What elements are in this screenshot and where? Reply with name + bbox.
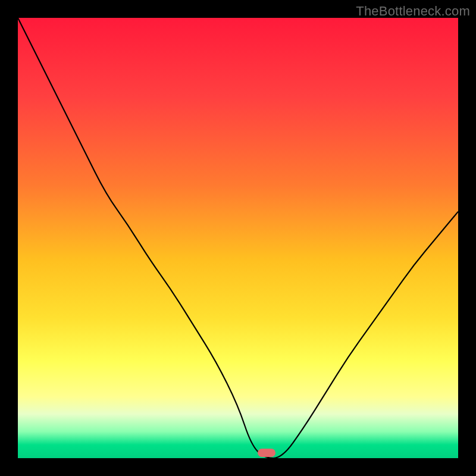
minimum-marker [258,449,275,457]
chart-frame: TheBottleneck.com [0,0,476,476]
watermark-text: TheBottleneck.com [356,4,470,19]
plot-area [18,18,458,458]
bottleneck-curve [18,18,458,458]
